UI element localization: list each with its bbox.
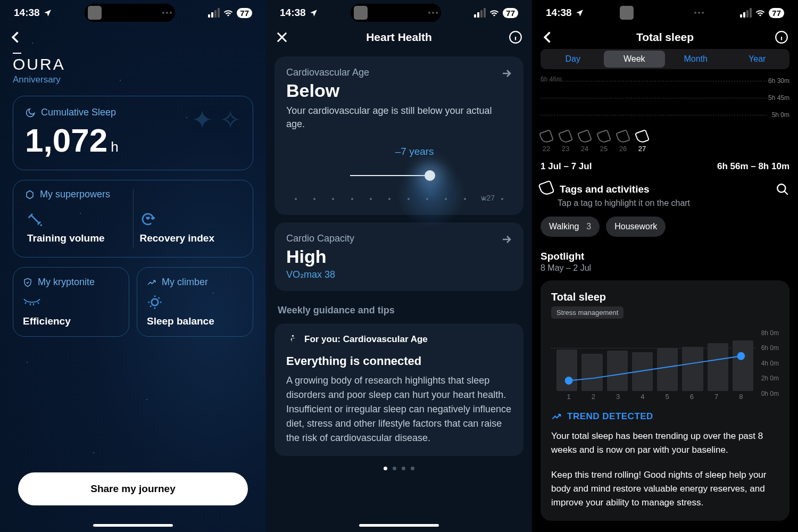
cardio-capacity-card[interactable]: Cardio Capacity High VO₂max 38 [275,222,523,291]
back-button[interactable] [9,30,23,45]
training-volume-label: Training volume [27,232,127,244]
wifi-icon [223,9,233,16]
tags-subtitle: Tap a tag to highlight it on the chart [558,198,789,208]
superpowers-label: My superpowers [40,189,110,200]
tags-title: Tags and activities [560,184,650,195]
battery-level: 77 [237,8,252,18]
running-icon [286,334,297,345]
location-icon [575,9,584,18]
signal-icon [740,8,752,18]
share-button[interactable]: Share my journey [18,472,248,505]
stress-pill: Stress management [551,306,624,319]
seg-year[interactable]: Year [727,51,788,68]
tip-title: Everything is connected [286,354,512,368]
moon-icon [25,107,36,118]
tag-icon [538,180,554,196]
tip-for-label: For you: Cardiovascular Age [304,334,428,345]
back-button[interactable] [541,30,555,45]
chip-walking[interactable]: Walking 3 [541,217,600,237]
eye-icon [23,294,41,308]
dynamic-island[interactable] [617,4,707,22]
page-title: Heart Health [366,31,432,44]
trend-up-icon [147,278,156,287]
signal-icon [208,8,220,18]
chevron-right-icon [500,67,513,80]
dumbbell-icon [27,211,43,227]
status-bar: 14:38 77 [532,0,798,26]
close-button[interactable] [275,30,289,45]
spotlight-label: Spotlight [541,251,789,262]
svg-point-4 [777,184,785,192]
climber-card[interactable]: My climber Sleep balance [137,267,253,337]
recovery-index-label: Recovery index [140,232,239,244]
chip-housework[interactable]: Housework [606,217,666,237]
dynamic-island[interactable] [351,4,441,22]
svg-point-5 [565,377,573,385]
location-icon [43,9,52,18]
kryptonite-label: My kryptonite [38,277,95,288]
dynamic-island[interactable] [85,4,175,22]
vo2max-label: VO₂max 38 [286,269,512,280]
search-button[interactable] [776,182,789,196]
tip-body: A growing body of research highlights th… [286,373,512,445]
superpowers-card[interactable]: My superpowers Training volume Recovery … [13,180,253,257]
sun-moon-icon [147,294,163,310]
info-button[interactable] [775,30,788,44]
guidance-label: Weekly guidance and tips [278,305,520,316]
cumulative-sleep-card[interactable]: ✦ ✧ Cumulative Sleep 1,072 h [13,96,253,170]
value-range: 6h 56m – 8h 10m [717,161,789,172]
capacity-value: High [286,246,512,267]
sparkle-icon: ✦ ✧ [192,105,241,135]
cumulative-label: Cumulative Sleep [41,107,116,118]
cumulative-value: 1,072 [25,121,107,159]
svg-point-6 [737,352,745,360]
day-tag-24[interactable]: 24 [579,131,591,153]
kryptonite-card[interactable]: My kryptonite Efficiency [13,267,129,337]
trend-chart: 8h 0m 6h 0m 4h 0m 2h 0m 0h 0m 12345678 [551,331,779,401]
wifi-icon [755,9,765,16]
day-tag-22[interactable]: 22 [541,131,552,153]
refresh-heart-icon [140,211,156,227]
status-bar: 14:38 77 [266,0,532,26]
spotlight-card[interactable]: Total sleep Stress management 8h 0m 6h 0… [541,280,789,521]
time-range-segmented[interactable]: Day Week Month Year [541,49,789,69]
status-time: 14:38 [14,7,40,19]
app-logo: OURA [13,55,253,73]
day-tag-row[interactable]: 22 23 24 25 26 27 [541,128,789,153]
chevron-right-icon [500,233,513,246]
spotlight-range: 8 May – 2 Jul [541,263,789,273]
page-dots[interactable] [266,467,532,470]
sleep-balance-label: Sleep balance [147,315,243,327]
svg-point-2 [292,335,294,337]
seg-week[interactable]: Week [604,51,666,68]
info-button[interactable] [509,30,522,44]
spot-card-title: Total sleep [551,291,779,303]
date-range: 1 Jul – 7 Jul [541,161,592,172]
cv-age-desc: Your cardiovascular age is still below y… [286,104,512,131]
efficiency-label: Efficiency [23,315,119,327]
home-indicator[interactable] [93,524,173,527]
status-bar: 14:38 77 [0,0,266,26]
day-tag-27[interactable]: 27 [636,131,648,153]
cumulative-unit: h [111,139,118,155]
day-tag-26[interactable]: 26 [617,131,629,153]
day-tag-23[interactable]: 23 [560,131,571,153]
cv-age-value: Below [286,80,512,101]
location-icon [309,9,318,18]
wifi-icon [489,9,499,16]
page-title: Total sleep [636,31,694,44]
seg-day[interactable]: Day [542,51,604,68]
tip-card[interactable]: For you: Cardiovascular Age Everything i… [275,323,523,456]
cv-age-card[interactable]: Cardiovascular Age Below Your cardiovasc… [275,56,523,215]
day-tag-25[interactable]: 25 [598,131,610,153]
capacity-label: Cardio Capacity [286,233,512,244]
logo-subtitle: Anniversary [13,74,253,85]
signal-icon [474,8,486,18]
cv-age-label: Cardiovascular Age [286,67,512,78]
shield-icon [23,278,32,287]
hexagon-icon [25,190,35,200]
seg-month[interactable]: Month [665,51,727,68]
home-indicator[interactable] [359,524,439,527]
age-gauge: –7 years w27 [286,146,512,204]
climber-label: My climber [162,277,208,288]
